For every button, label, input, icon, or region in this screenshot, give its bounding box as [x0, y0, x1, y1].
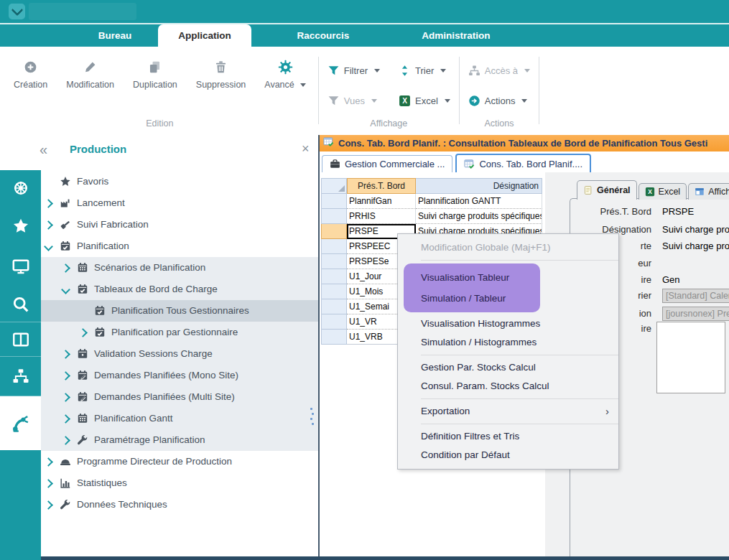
rail-robot-item[interactable]	[0, 396, 41, 450]
chevron-right-icon[interactable]	[61, 263, 70, 273]
context-menu-item-modification-globale-maj-f1[interactable]: Modification Globale (Maj+F1)	[398, 238, 618, 257]
chevron-right-icon[interactable]	[78, 328, 88, 337]
grid-row-selector[interactable]	[321, 194, 347, 209]
context-menu-item-consul-param-stocks-calcul[interactable]: Consul. Param. Stocks Calcul	[398, 377, 618, 396]
chevron-right-icon[interactable]	[61, 414, 70, 424]
ribbon-excel-button[interactable]: XExcel	[393, 85, 456, 116]
ribbon-filtrer-button[interactable]: Filtrer	[322, 55, 386, 85]
rail-search-item[interactable]	[0, 286, 41, 322]
chevron-right-icon[interactable]	[44, 220, 53, 230]
grid-cell-code-plannifgan[interactable]: PlannifGan	[347, 194, 416, 209]
tree-item-donn-es-techniques[interactable]: Données Techniques	[41, 494, 318, 515]
rail-columns-item[interactable]	[0, 322, 41, 357]
grid-row-selector[interactable]	[321, 314, 347, 330]
ribbon-acc-s-button[interactable]: Accès à	[463, 55, 536, 85]
panel-tab-excel[interactable]: XExcel	[639, 183, 687, 200]
context-menu-item-simulation-histogrammes[interactable]: Simulation / Histogrammes	[398, 333, 618, 352]
chevron-down-icon[interactable]	[61, 285, 70, 294]
context-menu-item-exportation[interactable]: Exportation›	[398, 402, 618, 421]
document-tab-cons-tab-bord-planif[interactable]: Cons. Tab. Bord Planif....	[455, 154, 591, 172]
rail-orgchart-item[interactable]	[0, 357, 41, 396]
tree-item-favoris[interactable]: Favoris	[41, 171, 318, 192]
chevron-down-icon[interactable]	[44, 242, 53, 251]
ribbon-group-actions: Accès àActionsActions	[463, 47, 536, 133]
app-logo-button[interactable]	[9, 4, 25, 19]
context-menu-item-visualisation-histogrammes[interactable]: Visualisation Histogrammes	[398, 314, 618, 333]
document-tab-gestion-commerciale[interactable]: Gestion Commerciale ...	[322, 155, 452, 172]
corner-triangle-icon	[338, 185, 345, 192]
chevron-right-icon[interactable]	[61, 371, 70, 381]
tree-item-label: Données Techniques	[77, 499, 167, 510]
menubar-tab-raccourcis[interactable]: Raccourcis	[273, 24, 373, 47]
grid-row-selector[interactable]	[321, 224, 347, 239]
grid-row-selector[interactable]	[321, 209, 347, 224]
ribbon-suppression-button[interactable]: Suppression	[187, 55, 256, 91]
chevron-right-icon[interactable]	[44, 457, 53, 467]
sidebar-close-button[interactable]: ×	[302, 141, 310, 157]
panel-splitter-handle[interactable]	[307, 408, 315, 437]
menubar-tab-bureau[interactable]: Bureau	[72, 24, 158, 47]
tree-item-statistiques[interactable]: Statistiques	[41, 472, 318, 494]
tree-item-lancement[interactable]: Lancement	[41, 192, 318, 214]
grid-row-selector[interactable]	[321, 299, 347, 314]
ribbon-avanc-button[interactable]: Avancé	[255, 55, 315, 91]
calendar-pencil-icon	[77, 370, 88, 381]
context-menu-item-d-finition-filtres-et-tris[interactable]: Définition Filtres et Tris	[398, 427, 618, 446]
sidebar-collapse-button[interactable]: «	[40, 141, 47, 158]
tree-item-tableaux-de-bord-de-charge[interactable]: Tableaux de Bord de Charge	[41, 279, 318, 300]
field-value: Gen	[662, 273, 729, 287]
chevron-right-icon[interactable]	[61, 350, 70, 359]
navigation-tree: FavorisLancementSuivi FabricationPlanifi…	[41, 170, 318, 560]
grid-cell-designation[interactable]: Suivi charge produits spécifiques	[416, 209, 542, 224]
tree-item-planification[interactable]: Planification	[41, 235, 318, 257]
tree-item-suivi-fabrication[interactable]: Suivi Fabrication	[41, 214, 318, 235]
tree-item-sc-narios-de-planification[interactable]: Scénarios de Planification	[41, 257, 318, 279]
menubar-tab-application[interactable]: Application	[158, 24, 251, 47]
ribbon-modification-button[interactable]: Modification	[57, 55, 124, 91]
ribbon-actions-button[interactable]: Actions	[463, 85, 536, 116]
grid-cell-code-prhis[interactable]: PRHIS	[347, 209, 416, 224]
tree-item-label: Planification	[77, 241, 129, 251]
chevron-right-icon[interactable]	[44, 500, 53, 510]
grid-row-selector[interactable]	[321, 239, 347, 254]
tree-item-planification-tous-gestionnaires[interactable]: Planification Tous Gestionnaires	[41, 300, 318, 322]
ribbon-trier-button[interactable]: Trier	[393, 55, 456, 85]
icon-rail	[0, 170, 41, 560]
tree-item-programme-directeur-de-production[interactable]: Programme Directeur de Production	[41, 451, 318, 472]
menubar-tab-administration[interactable]: Administration	[395, 24, 517, 47]
tree-item-param-trage-planification[interactable]: Paramétrage Planification	[41, 429, 318, 451]
tree-item-planification-gantt[interactable]: Planification Gantt	[41, 408, 318, 429]
context-menu-item-gestion-par-stocks-calcul[interactable]: Gestion Par. Stocks Calcul	[398, 358, 618, 377]
panel-tab-g-n-ral[interactable]: Général	[577, 180, 637, 200]
context-menu-item-visualisation-tableur[interactable]: Visualisation Tableur	[404, 267, 540, 288]
ribbon-separator	[459, 57, 460, 124]
tree-item-validation-sessions-charge[interactable]: Validation Sessions Charge	[41, 343, 318, 365]
rail-star-item[interactable]	[0, 206, 41, 246]
rail-wheel-item[interactable]	[0, 170, 41, 206]
context-menu-item-simulation-tableur[interactable]: Simulation / Tableur	[404, 288, 540, 309]
field-comment-box[interactable]	[656, 322, 725, 393]
grid-cell-designation[interactable]: Plannification GANTT	[416, 194, 542, 209]
grid-col-header-d-signation[interactable]: Désignation	[416, 178, 542, 194]
grid-col-header-pr-s-t-bord[interactable]: Prés.T. Bord	[347, 178, 416, 194]
ribbon-vues-button[interactable]: Vues	[322, 85, 386, 116]
grid-row-selector[interactable]	[321, 330, 347, 345]
ribbon-duplication-button[interactable]: Duplication	[124, 55, 187, 91]
grid-row-selector[interactable]	[321, 284, 347, 299]
tree-item-planification-par-gestionnaire[interactable]: Planification par Gestionnaire	[41, 322, 318, 343]
chevron-right-icon[interactable]	[44, 199, 53, 208]
tree-item-demandes-planifi-es-multi-site[interactable]: Demandes Planifiées (Multi Site)	[41, 386, 318, 408]
chevron-right-icon[interactable]	[44, 479, 53, 488]
tree-item-demandes-planifi-es-mono-site[interactable]: Demandes Planifiées (Mono Site)	[41, 365, 318, 386]
rail-monitor-item[interactable]	[0, 246, 41, 286]
chevron-right-icon[interactable]	[61, 393, 70, 402]
grid-select-all-corner[interactable]	[321, 178, 347, 194]
chevron-right-icon[interactable]	[61, 436, 70, 445]
tree-item-label: Paramétrage Planification	[94, 434, 205, 445]
ribbon-cr-ation-button[interactable]: Création	[4, 55, 57, 91]
panel-tab-affich[interactable]: Affich	[688, 183, 729, 200]
grid-row-selector[interactable]	[321, 254, 347, 269]
note-icon	[583, 185, 593, 195]
context-menu-item-condition-par-d-faut[interactable]: Condition par Défaut	[398, 446, 618, 465]
grid-row-selector[interactable]	[321, 269, 347, 284]
